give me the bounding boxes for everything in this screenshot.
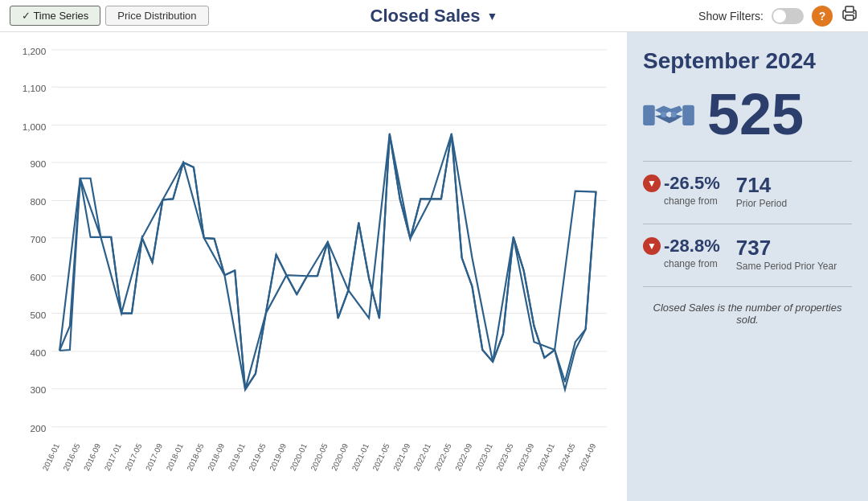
prior-period-stat: 714 Prior Period bbox=[736, 173, 787, 209]
svg-text:2023-09: 2023-09 bbox=[515, 441, 535, 472]
stats-row-1: ▼ -26.5% change from 714 Prior Period bbox=[643, 173, 852, 209]
change1-stat: ▼ -26.5% change from bbox=[643, 173, 720, 207]
main-content: 1,200 1,100 1,000 900 800 700 600 500 40… bbox=[0, 32, 868, 501]
divider-3 bbox=[643, 286, 852, 287]
right-panel: September 2024 525 ▼ -26.5% change fro bbox=[627, 32, 868, 501]
svg-text:2022-09: 2022-09 bbox=[453, 441, 473, 472]
change1-value: ▼ -26.5% bbox=[643, 173, 720, 194]
same-period-stat: 737 Same Period Prior Year bbox=[736, 236, 837, 272]
main-count: 525 bbox=[707, 85, 804, 143]
chart-title: Closed Sales ▼ bbox=[371, 6, 498, 27]
show-filters-toggle[interactable] bbox=[772, 8, 804, 24]
svg-text:500: 500 bbox=[31, 310, 47, 321]
svg-text:2022-05: 2022-05 bbox=[432, 441, 452, 472]
dropdown-arrow-icon[interactable]: ▼ bbox=[487, 10, 498, 23]
toolbar-right: Show Filters: ? bbox=[698, 5, 858, 27]
svg-text:2024-01: 2024-01 bbox=[536, 442, 556, 472]
svg-text:2017-01: 2017-01 bbox=[103, 442, 123, 472]
divider-2 bbox=[643, 224, 852, 224]
description-text: Closed Sales is the number of properties… bbox=[643, 302, 852, 326]
svg-rect-2 bbox=[845, 15, 854, 20]
svg-text:800: 800 bbox=[31, 196, 47, 207]
prior-period-label: Prior Period bbox=[736, 198, 787, 209]
change1-label: change from bbox=[664, 195, 718, 207]
svg-rect-1 bbox=[845, 6, 854, 12]
svg-text:700: 700 bbox=[31, 234, 47, 245]
svg-text:2017-05: 2017-05 bbox=[123, 441, 143, 472]
svg-text:1,000: 1,000 bbox=[23, 121, 47, 133]
svg-text:2019-01: 2019-01 bbox=[227, 442, 247, 472]
svg-text:400: 400 bbox=[31, 347, 47, 359]
svg-text:2023-05: 2023-05 bbox=[494, 441, 514, 472]
svg-text:2018-05: 2018-05 bbox=[185, 441, 205, 472]
svg-text:2016-01: 2016-01 bbox=[41, 442, 61, 472]
chart-area: 1,200 1,100 1,000 900 800 700 600 500 40… bbox=[0, 32, 627, 501]
line-chart: 1,200 1,100 1,000 900 800 700 600 500 40… bbox=[8, 40, 619, 477]
svg-text:1,100: 1,100 bbox=[23, 83, 47, 94]
svg-text:2021-01: 2021-01 bbox=[350, 442, 371, 472]
svg-text:2024-05: 2024-05 bbox=[556, 441, 576, 472]
same-period-value: 737 bbox=[736, 236, 771, 261]
svg-text:2020-05: 2020-05 bbox=[309, 441, 329, 472]
same-period-label: Same Period Prior Year bbox=[736, 261, 837, 272]
change2-stat: ▼ -28.8% change from bbox=[643, 236, 720, 269]
stats-row-2: ▼ -28.8% change from 737 Same Period Pri… bbox=[643, 236, 852, 272]
svg-text:600: 600 bbox=[31, 272, 47, 283]
down-arrow-icon-2: ▼ bbox=[643, 237, 661, 255]
svg-point-56 bbox=[671, 112, 677, 117]
panel-main-value: 525 bbox=[643, 85, 852, 143]
svg-text:2016-05: 2016-05 bbox=[61, 441, 81, 472]
svg-text:2023-01: 2023-01 bbox=[474, 442, 494, 472]
svg-text:2018-09: 2018-09 bbox=[206, 441, 226, 472]
down-arrow-icon-1: ▼ bbox=[643, 175, 661, 192]
svg-text:2016-09: 2016-09 bbox=[82, 441, 102, 472]
toolbar: Time Series Price Distribution Closed Sa… bbox=[0, 0, 868, 32]
tab-price-distribution[interactable]: Price Distribution bbox=[105, 6, 208, 26]
svg-text:900: 900 bbox=[31, 158, 47, 170]
handshake-icon bbox=[643, 94, 694, 134]
prior-period-value: 714 bbox=[736, 173, 771, 198]
svg-text:300: 300 bbox=[31, 384, 47, 396]
svg-text:2022-01: 2022-01 bbox=[412, 442, 432, 472]
svg-text:2021-05: 2021-05 bbox=[371, 441, 391, 472]
svg-text:2024-09: 2024-09 bbox=[577, 441, 597, 472]
print-button[interactable] bbox=[841, 5, 858, 27]
panel-month: September 2024 bbox=[643, 48, 852, 74]
svg-text:2020-01: 2020-01 bbox=[289, 442, 309, 472]
svg-text:2019-09: 2019-09 bbox=[268, 441, 288, 472]
svg-text:200: 200 bbox=[31, 423, 47, 434]
help-button[interactable]: ? bbox=[812, 6, 833, 27]
svg-text:2018-01: 2018-01 bbox=[165, 442, 185, 472]
change2-label: change from bbox=[664, 258, 718, 269]
svg-rect-53 bbox=[643, 105, 655, 125]
tab-time-series[interactable]: Time Series bbox=[10, 6, 100, 26]
divider-1 bbox=[643, 161, 852, 162]
svg-text:2019-05: 2019-05 bbox=[247, 441, 267, 472]
svg-text:2021-09: 2021-09 bbox=[391, 441, 411, 472]
svg-rect-54 bbox=[682, 105, 694, 125]
svg-text:1,200: 1,200 bbox=[23, 46, 47, 57]
change2-value: ▼ -28.8% bbox=[643, 236, 720, 257]
svg-point-3 bbox=[854, 13, 855, 14]
svg-text:2017-09: 2017-09 bbox=[144, 441, 164, 472]
svg-point-55 bbox=[661, 112, 666, 117]
show-filters-label: Show Filters: bbox=[698, 10, 764, 23]
svg-text:2020-09: 2020-09 bbox=[330, 441, 350, 472]
